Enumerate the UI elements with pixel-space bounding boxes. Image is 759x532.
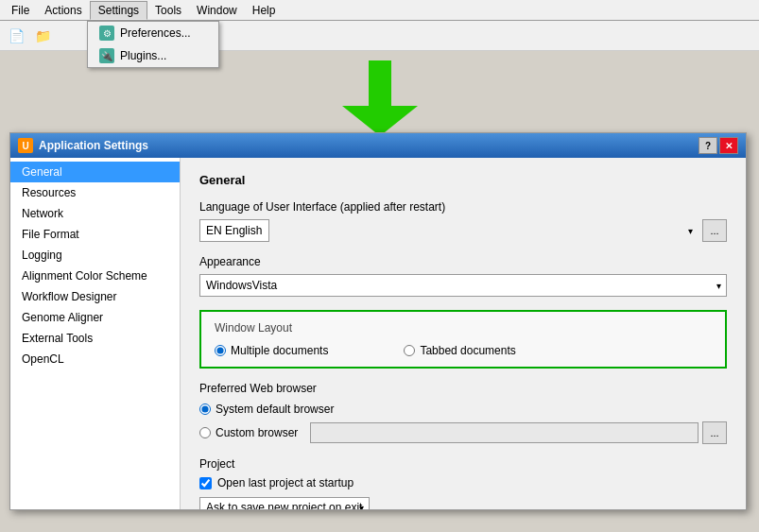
project-exit-dropdown-row: Ask to save new project on exit: [199, 497, 727, 509]
open-last-project-label: Open last project at startup: [217, 476, 354, 489]
sidebar-item-genome-aligner[interactable]: Genome Aligner: [10, 307, 180, 328]
window-layout-options: Multiple documents Tabbed documents: [215, 344, 712, 357]
dropdown-preferences[interactable]: ⚙ Preferences...: [88, 22, 218, 44]
green-arrow-icon: [342, 60, 418, 136]
web-browser-options: System default browser Custom browser ..…: [199, 403, 727, 444]
browser-path-row: ...: [310, 421, 727, 444]
browser-path-input[interactable]: [310, 422, 699, 443]
project-exit-select-wrapper: Ask to save new project on exit: [199, 497, 370, 509]
svg-rect-0: [369, 60, 391, 108]
menu-bar: File Actions Settings Tools Window Help: [0, 0, 759, 21]
settings-dropdown: ⚙ Preferences... 🔌 Plugins...: [87, 21, 219, 68]
language-label: Language of User Interface (applied afte…: [199, 200, 727, 214]
tabbed-docs-radio[interactable]: [404, 345, 415, 356]
main-panel: General Language of User Interface (appl…: [181, 158, 746, 509]
menu-actions[interactable]: Actions: [37, 2, 89, 19]
language-select[interactable]: EN English: [199, 219, 269, 242]
system-browser-option[interactable]: System default browser: [199, 403, 727, 416]
multiple-docs-option[interactable]: Multiple documents: [215, 344, 328, 357]
menu-settings[interactable]: Settings: [90, 1, 147, 20]
dialog-icon: U: [18, 138, 33, 153]
project-title: Project: [199, 457, 727, 471]
window-layout-box: Window Layout Multiple documents Tabbed …: [199, 310, 727, 369]
language-select-wrapper: EN English: [199, 219, 699, 242]
dialog-titlebar: U Application Settings ? ✕: [10, 133, 746, 158]
custom-browser-label: Custom browser: [216, 426, 298, 439]
appearance-select-wrapper: WindowsVista: [199, 274, 727, 297]
browser-browse-btn[interactable]: ...: [702, 421, 727, 444]
dialog-controls: ? ✕: [699, 137, 738, 154]
sidebar-item-file-format[interactable]: File Format: [10, 224, 180, 245]
appearance-row: WindowsVista: [199, 274, 727, 297]
appearance-label: Appearance: [199, 255, 727, 268]
tabbed-docs-label: Tabbed documents: [420, 344, 515, 357]
sidebar-item-general[interactable]: General: [10, 162, 180, 182]
tabbed-docs-option[interactable]: Tabbed documents: [404, 344, 515, 357]
sidebar-item-external-tools[interactable]: External Tools: [10, 328, 180, 349]
application-settings-dialog: U Application Settings ? ✕ General Resou…: [9, 132, 747, 510]
section-title: General: [199, 173, 727, 187]
dialog-title: Application Settings: [39, 139, 148, 152]
web-browser-title: Preferred Web browser: [199, 382, 727, 395]
toolbar-open-btn[interactable]: 📁: [30, 24, 55, 48]
sidebar-item-logging[interactable]: Logging: [10, 245, 180, 266]
dropdown-plugins[interactable]: 🔌 Plugins...: [88, 44, 218, 67]
dialog-content: General Resources Network File Format Lo…: [10, 158, 746, 509]
plugins-icon: 🔌: [99, 48, 114, 63]
menu-file[interactable]: File: [4, 2, 37, 19]
window-layout-title: Window Layout: [215, 321, 712, 335]
multiple-docs-radio[interactable]: [215, 345, 226, 356]
menu-help[interactable]: Help: [245, 2, 284, 19]
preferences-label: Preferences...: [120, 26, 191, 40]
preferences-icon: ⚙: [99, 26, 114, 41]
system-browser-radio[interactable]: [199, 403, 211, 415]
toolbar-new-btn[interactable]: 📄: [4, 24, 28, 48]
project-exit-select[interactable]: Ask to save new project on exit: [199, 497, 370, 509]
sidebar-item-opencl[interactable]: OpenCL: [10, 349, 180, 369]
close-button[interactable]: ✕: [719, 137, 738, 154]
menu-tools[interactable]: Tools: [147, 2, 189, 19]
sidebar-item-alignment-color-scheme[interactable]: Alignment Color Scheme: [10, 266, 180, 286]
dialog-title-left: U Application Settings: [18, 138, 148, 153]
language-extra-btn[interactable]: ...: [702, 219, 727, 242]
open-last-project-checkbox[interactable]: [199, 477, 212, 489]
language-row: EN English ...: [199, 219, 727, 242]
appearance-select[interactable]: WindowsVista: [199, 274, 727, 297]
custom-browser-option: Custom browser ...: [199, 421, 727, 444]
multiple-docs-label: Multiple documents: [231, 344, 328, 357]
open-last-project-row: Open last project at startup: [199, 476, 727, 489]
custom-browser-radio[interactable]: [199, 427, 211, 438]
sidebar-item-resources[interactable]: Resources: [10, 182, 180, 203]
sidebar: General Resources Network File Format Lo…: [10, 158, 181, 509]
plugins-label: Plugins...: [120, 49, 166, 62]
menu-window[interactable]: Window: [189, 2, 245, 19]
help-button[interactable]: ?: [699, 137, 717, 154]
sidebar-item-workflow-designer[interactable]: Workflow Designer: [10, 286, 180, 307]
system-browser-label: System default browser: [216, 403, 334, 416]
project-section: Project Open last project at startup Ask…: [199, 457, 727, 509]
sidebar-item-network[interactable]: Network: [10, 203, 180, 224]
